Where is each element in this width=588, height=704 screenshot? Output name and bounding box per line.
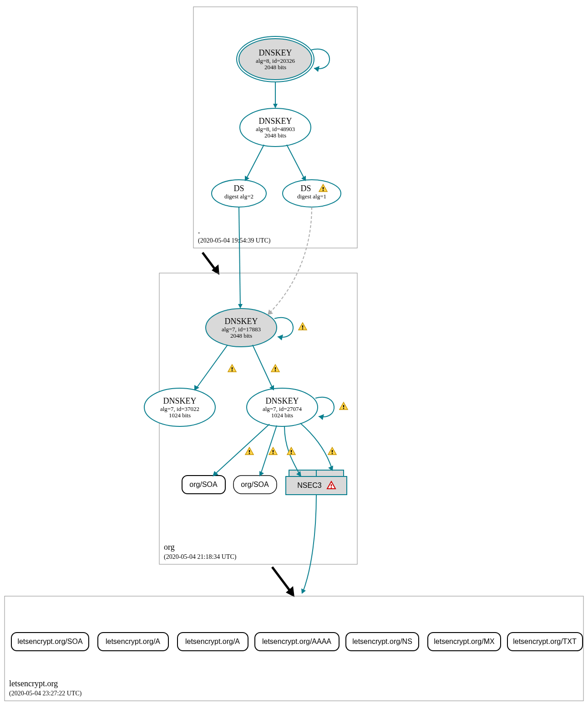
rrset-le-soa[interactable]: letsencrypt.org/SOA — [11, 633, 89, 651]
edge-orgzsk2-self — [315, 397, 334, 417]
edge-orgksk-zsk2 — [253, 345, 273, 389]
svg-text:letsencrypt.org/A: letsencrypt.org/A — [106, 638, 160, 645]
edge-ds2-orgksk — [269, 207, 312, 314]
dnssec-graph: . (2020-05-04 19:54:39 UTC) DNSKEY alg=8… — [0, 0, 588, 704]
svg-marker-39 — [319, 414, 324, 420]
edge-rootzsk-ds2 — [287, 145, 305, 180]
warning-icon — [340, 402, 348, 410]
node-root-zsk[interactable]: DNSKEY alg=8, id=48903 2048 bits — [240, 108, 311, 147]
rrset-le-txt[interactable]: letsencrypt.org/TXT — [507, 633, 583, 651]
zone-root-timestamp: (2020-05-04 19:54:39 UTC) — [198, 237, 271, 244]
edge-org-to-le-delegation — [272, 567, 291, 593]
warning-icon — [245, 447, 253, 455]
node-nsec3[interactable]: NSEC3 — [286, 470, 347, 495]
edge-orgksk-zsk1 — [196, 345, 228, 389]
zone-org-name: org — [164, 542, 175, 552]
edge-root-to-org-delegation — [203, 253, 216, 271]
node-ds-alg2[interactable]: DS digest alg=2 — [212, 180, 266, 207]
edge-nsec3-to-le — [303, 495, 316, 593]
svg-text:org/SOA: org/SOA — [189, 481, 218, 488]
edge-orgksk-self — [274, 318, 293, 337]
svg-text:1024 bits: 1024 bits — [271, 412, 293, 419]
svg-text:alg=7, id=17883: alg=7, id=17883 — [222, 326, 261, 333]
zone-le-name: letsencrypt.org — [9, 679, 58, 688]
svg-text:alg=7, id=27074: alg=7, id=27074 — [263, 405, 302, 412]
svg-text:2048 bits: 2048 bits — [264, 132, 286, 139]
svg-marker-14 — [273, 104, 278, 108]
svg-text:digest alg=2: digest alg=2 — [224, 193, 253, 200]
edge-zsk2-nsec3b — [300, 423, 332, 470]
svg-text:DNSKEY: DNSKEY — [259, 48, 292, 57]
svg-marker-28 — [278, 334, 283, 340]
svg-text:DNSKEY: DNSKEY — [265, 396, 299, 405]
rrset-le-ns[interactable]: letsencrypt.org/NS — [346, 633, 419, 651]
svg-text:NSEC3: NSEC3 — [297, 481, 321, 489]
node-org-soa2[interactable]: org/SOA — [233, 476, 277, 494]
warning-icon — [328, 447, 336, 455]
warning-icon — [299, 323, 307, 330]
zone-root-name: . — [198, 226, 200, 235]
svg-text:letsencrypt.org/TXT: letsencrypt.org/TXT — [513, 638, 577, 645]
svg-text:org/SOA: org/SOA — [241, 481, 269, 488]
edge-zsk2-soa1 — [214, 424, 269, 475]
zone-le-timestamp: (2020-05-04 23:27:22 UTC) — [9, 690, 82, 697]
rrset-le-mx[interactable]: letsencrypt.org/MX — [428, 633, 501, 651]
svg-text:letsencrypt.org/A: letsencrypt.org/A — [185, 638, 240, 645]
svg-marker-29 — [238, 304, 243, 309]
svg-text:alg=8, id=20326: alg=8, id=20326 — [256, 57, 295, 64]
svg-text:letsencrypt.org/NS: letsencrypt.org/NS — [352, 638, 412, 645]
svg-text:1024 bits: 1024 bits — [169, 412, 191, 419]
svg-marker-30 — [268, 309, 273, 315]
svg-text:alg=8, id=48903: alg=8, id=48903 — [256, 126, 295, 132]
warning-icon — [271, 365, 279, 372]
svg-marker-9 — [314, 66, 319, 72]
rrset-le-aaaa[interactable]: letsencrypt.org/AAAA — [255, 633, 339, 651]
svg-text:2048 bits: 2048 bits — [264, 64, 286, 71]
node-ds-alg1[interactable]: DS digest alg=1 — [283, 180, 341, 207]
node-org-zsk2[interactable]: DNSKEY alg=7, id=27074 1024 bits — [247, 388, 318, 426]
svg-text:letsencrypt.org/SOA: letsencrypt.org/SOA — [17, 638, 83, 645]
node-org-zsk1[interactable]: DNSKEY alg=7, id=37022 1024 bits — [144, 388, 215, 426]
rrset-le-a1[interactable]: letsencrypt.org/A — [98, 633, 168, 651]
node-org-soa1[interactable]: org/SOA — [182, 476, 225, 494]
node-root-ksk[interactable]: DNSKEY alg=8, id=20326 2048 bits — [237, 36, 314, 82]
svg-text:letsencrypt.org/AAAA: letsencrypt.org/AAAA — [262, 638, 331, 645]
edge-rootzsk-ds1 — [246, 145, 264, 180]
zone-org-timestamp: (2020-05-04 21:18:34 UTC) — [164, 553, 237, 561]
node-org-ksk[interactable]: DNSKEY alg=7, id=17883 2048 bits — [206, 309, 277, 347]
svg-text:DNSKEY: DNSKEY — [259, 116, 292, 126]
svg-text:2048 bits: 2048 bits — [230, 332, 252, 339]
svg-text:DNSKEY: DNSKEY — [163, 396, 196, 405]
warning-icon — [228, 365, 236, 372]
rrset-le-a2[interactable]: letsencrypt.org/A — [177, 633, 248, 651]
svg-text:alg=7, id=37022: alg=7, id=37022 — [160, 405, 199, 412]
edge-ds1-orgksk — [239, 207, 240, 308]
svg-text:DNSKEY: DNSKEY — [224, 317, 258, 326]
svg-text:letsencrypt.org/MX: letsencrypt.org/MX — [434, 638, 495, 645]
svg-text:digest alg=1: digest alg=1 — [297, 193, 326, 200]
warning-icon — [269, 447, 277, 455]
svg-text:DS: DS — [300, 184, 311, 193]
svg-text:DS: DS — [233, 184, 244, 193]
